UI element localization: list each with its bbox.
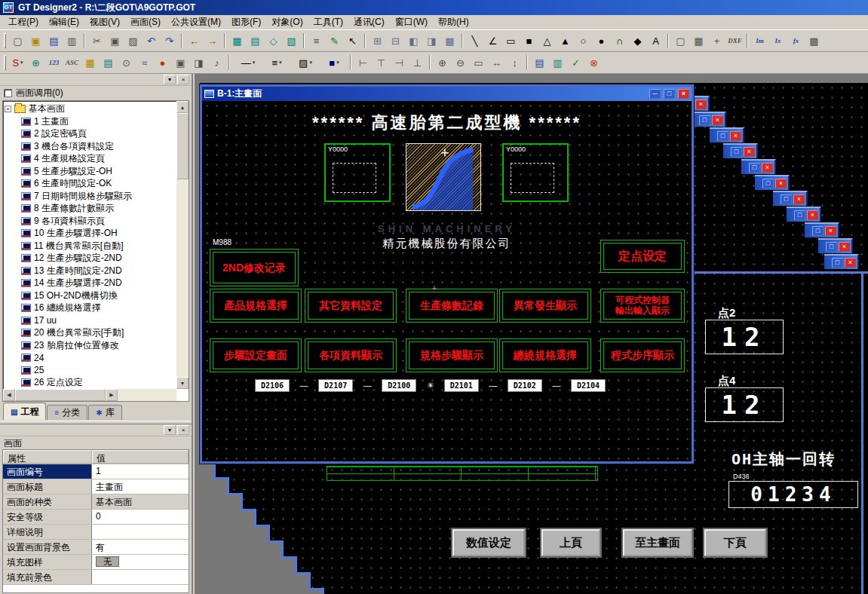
- device-address-box[interactable]: D2106: [255, 379, 290, 392]
- align-bottom-icon[interactable]: ⊥: [409, 54, 426, 71]
- close-button[interactable]: ×: [839, 242, 850, 252]
- tab-category[interactable]: ≡分类: [47, 405, 87, 420]
- screen-menu-button-product-spec-select[interactable]: 產品規格選擇: [210, 289, 302, 323]
- maximize-button[interactable]: □: [781, 194, 792, 204]
- device-address-box[interactable]: D2107: [318, 379, 353, 392]
- screen-image-icon[interactable]: ▦: [229, 32, 246, 49]
- select-pointer-icon[interactable]: ↖: [344, 32, 361, 49]
- cascade-window-title-bar[interactable]: □×: [805, 222, 839, 237]
- line-style-icon[interactable]: —▾: [233, 54, 263, 71]
- draw-polygon-icon[interactable]: △: [538, 32, 556, 49]
- connect-device-icon[interactable]: ⊕: [27, 54, 44, 71]
- close-button[interactable]: ×: [744, 147, 755, 157]
- draw-arc-icon[interactable]: ∩: [611, 32, 628, 49]
- tree-horizontal-scrollbar[interactable]: ◀ ▶: [3, 389, 176, 401]
- tree-item-1[interactable]: 1 主畫面: [5, 115, 176, 128]
- window-tile-icon[interactable]: ⊟: [387, 32, 404, 49]
- tree-item-25[interactable]: 25: [5, 364, 176, 377]
- property-value[interactable]: 0: [92, 510, 189, 524]
- cascade-window-title-bar[interactable]: □×: [773, 191, 808, 206]
- counter-numeric-display[interactable]: 01234: [728, 481, 858, 508]
- tree-vertical-scrollbar[interactable]: ▲ ▼: [176, 101, 189, 389]
- menu-help[interactable]: 帮助(H): [433, 14, 474, 30]
- redo-icon[interactable]: ↷: [161, 32, 178, 49]
- menu-communication[interactable]: 通讯(C): [348, 14, 390, 30]
- panel-dropdown-button[interactable]: ▾: [164, 75, 176, 84]
- scroll-down-icon[interactable]: ▼: [176, 377, 189, 389]
- cascade-window-title-bar[interactable]: □×: [741, 159, 776, 174]
- button-fixed-point-setting[interactable]: 定点设定: [600, 240, 685, 273]
- screen-canvas[interactable]: ****** 高速胎第二成型機 ****** Y0000 Y0000: [202, 101, 692, 461]
- screen-property-icon[interactable]: ▧: [283, 32, 300, 49]
- graph-display-icon[interactable]: ≈: [136, 54, 153, 71]
- paste-icon[interactable]: ▨: [124, 32, 142, 49]
- property-value[interactable]: 无: [92, 555, 189, 569]
- tree-item-3[interactable]: 3 機台各項資料設定: [5, 140, 176, 153]
- align-top-icon[interactable]: ⊤: [373, 54, 390, 71]
- clock-display-icon[interactable]: ⊙: [118, 54, 135, 71]
- draw-rect-filled-icon[interactable]: ■: [520, 32, 538, 49]
- new-icon[interactable]: ▢: [9, 32, 26, 49]
- move-vertical-icon[interactable]: ↕: [506, 54, 523, 71]
- screen-menu-button-other-data-setting[interactable]: 其它資料設定: [305, 289, 397, 323]
- grid-toggle-icon[interactable]: ▦: [690, 32, 707, 49]
- screen-menu-button-production-count-record[interactable]: 生產條數記錄: [406, 289, 498, 323]
- tree-item-24[interactable]: 24: [5, 352, 176, 365]
- screen-menu-button-spec-step-display[interactable]: 規格步驟顯示: [406, 338, 498, 372]
- edit-pencil-icon[interactable]: ✎: [326, 32, 343, 49]
- data-check-icon[interactable]: ✓: [567, 54, 584, 71]
- menu-window[interactable]: 窗口(W): [390, 14, 433, 30]
- layer-im-icon[interactable]: Im: [751, 32, 768, 49]
- tree-item-23[interactable]: 23 胎肩拉伸位置修改: [5, 339, 176, 352]
- screen-list-icon[interactable]: ▤: [247, 32, 264, 49]
- close-button[interactable]: ×: [825, 226, 836, 236]
- main-window-title-bar[interactable]: B-1:主畫面 ─ □ ×: [202, 87, 692, 101]
- menu-screen[interactable]: 画面(S): [125, 14, 166, 30]
- menu-tools[interactable]: 工具(T): [308, 14, 348, 30]
- comment-display-icon[interactable]: ▤: [100, 54, 117, 71]
- tree-item-16[interactable]: 16 纏繞規格選擇: [5, 302, 176, 315]
- draw-scale-icon[interactable]: ◆: [629, 32, 646, 49]
- maximize-button[interactable]: □: [699, 115, 710, 125]
- zoom-out-icon[interactable]: ⊖: [452, 54, 469, 71]
- close-button[interactable]: ×: [793, 194, 805, 204]
- object-list-icon[interactable]: ▤: [531, 54, 548, 71]
- property-value[interactable]: [92, 570, 189, 584]
- tree-item-13[interactable]: 13 生產時間設定-2ND: [5, 265, 176, 277]
- to-main-screen-button[interactable]: 至主畫面: [623, 529, 692, 556]
- workspace-icon[interactable]: ≡: [308, 32, 325, 49]
- screen-menu-button-step-setting-screen[interactable]: 步驟設定畫面: [210, 338, 302, 372]
- tab-project[interactable]: ▤工程: [3, 403, 46, 420]
- property-value[interactable]: 有: [92, 540, 189, 554]
- tree-item-12[interactable]: 12 生產步驟設定-2ND: [5, 253, 176, 265]
- screen-menu-button-winding-spec-select[interactable]: 纏繞規格選擇: [499, 338, 591, 372]
- date-display-icon[interactable]: ▦: [81, 54, 99, 71]
- screen-new-icon[interactable]: ◇: [265, 32, 282, 49]
- undo-icon[interactable]: ↶: [143, 32, 160, 49]
- cascade-window-title-bar[interactable]: □×: [692, 112, 726, 127]
- split-horizontal-icon[interactable]: ◨: [423, 32, 440, 49]
- close-button[interactable]: ×: [845, 258, 856, 268]
- align-right-icon[interactable]: ⊣: [391, 54, 408, 71]
- alarm-object-icon[interactable]: ♪: [208, 54, 225, 71]
- screen-menu-button-data-display[interactable]: 各項資料顯示: [305, 338, 397, 372]
- lamp-object-left[interactable]: Y0000: [324, 143, 391, 202]
- toolbar-grip[interactable]: [4, 33, 6, 48]
- menu-project[interactable]: 工程(P): [3, 14, 44, 30]
- pattern-chip[interactable]: 无: [96, 556, 119, 567]
- screen-menu-button-error-display[interactable]: 異常發生顯示: [499, 289, 591, 323]
- draw-circle-filled-icon[interactable]: ●: [593, 32, 610, 49]
- cascade-window-title-bar[interactable]: □×: [787, 207, 821, 222]
- close-button[interactable]: ×: [807, 210, 818, 220]
- maximize-button[interactable]: □: [812, 226, 824, 236]
- window-overlap-icon[interactable]: ▩: [441, 32, 459, 49]
- property-value[interactable]: [92, 525, 189, 539]
- maximize-button[interactable]: □: [762, 179, 774, 188]
- cascade-window-title-bar[interactable]: □×: [710, 127, 744, 142]
- tree-item-8[interactable]: 8 生產條數計數顯示: [5, 203, 176, 216]
- scrollbar-thumb[interactable]: [15, 389, 106, 401]
- tree-root-basic-screens[interactable]: - 基本画面: [5, 103, 176, 115]
- close-button[interactable]: ×: [712, 115, 723, 125]
- tree-item-10[interactable]: 10 生產步驟選擇-OH: [5, 228, 176, 240]
- prev-page-button[interactable]: 上頁: [541, 529, 600, 556]
